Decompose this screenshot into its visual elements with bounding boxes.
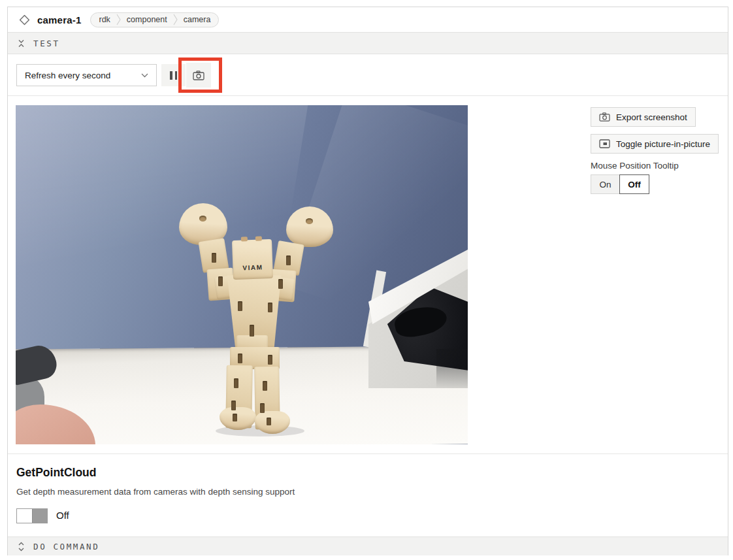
mouse-tooltip-off-button[interactable]: Off <box>619 174 649 194</box>
export-screenshot-label: Export screenshot <box>616 112 687 122</box>
mouse-tooltip-toggle-group: On Off <box>591 174 649 194</box>
get-point-cloud-title: GetPointCloud <box>16 466 96 480</box>
do-command-section-label: DO COMMAND <box>33 542 99 552</box>
camera-icon <box>193 71 204 80</box>
component-diamond-icon <box>19 14 30 25</box>
mouse-position-tooltip-label: Mouse Position Tooltip <box>591 161 679 171</box>
get-point-cloud-toggle[interactable] <box>16 508 48 523</box>
test-section-label: TEST <box>33 39 60 48</box>
breadcrumb-separator-icon <box>173 14 178 25</box>
get-point-cloud-description: Get depth measurement data from cameras … <box>16 487 295 497</box>
breadcrumb-item-rdk: rdk <box>93 13 116 27</box>
breadcrumb-separator-icon <box>116 14 121 25</box>
breadcrumb-item-component: component <box>121 13 173 27</box>
toggle-knob <box>17 509 33 523</box>
test-section-header: TEST <box>8 32 728 54</box>
mouse-tooltip-on-button[interactable]: On <box>591 174 620 194</box>
toggle-pip-button[interactable]: Toggle picture-in-picture <box>591 134 719 154</box>
robot-head: VIAM <box>232 239 273 280</box>
camera-icon <box>599 112 610 122</box>
feed-wooden-robot: VIAM <box>16 105 468 444</box>
component-header: camera-1 rdk component camera <box>8 7 728 32</box>
robot-viam-logo: VIAM <box>242 263 263 271</box>
collapse-section-icon[interactable] <box>18 38 25 49</box>
chevron-down-icon <box>141 73 148 78</box>
breadcrumb: rdk component camera <box>90 12 219 27</box>
pause-icon <box>170 71 172 80</box>
get-point-cloud-state-label: Off <box>56 510 69 521</box>
export-screenshot-button[interactable]: Export screenshot <box>591 107 696 127</box>
refresh-rate-select[interactable]: Refresh every second <box>16 64 157 86</box>
do-command-section-header: DO COMMAND <box>8 536 728 555</box>
section-divider <box>8 453 728 454</box>
component-title: camera-1 <box>37 14 81 25</box>
toggle-pip-label: Toggle picture-in-picture <box>616 139 710 149</box>
toolbar-divider <box>8 95 728 96</box>
breadcrumb-item-camera: camera <box>178 13 217 27</box>
robot-right-hand <box>286 206 333 247</box>
picture-in-picture-icon <box>599 139 610 148</box>
refresh-rate-value: Refresh every second <box>25 71 110 80</box>
pause-refresh-button[interactable] <box>161 64 186 86</box>
camera-live-feed: VIAM <box>16 105 468 444</box>
camera-component-card: camera-1 rdk component camera TEST Refre… <box>7 7 728 555</box>
expand-section-icon[interactable] <box>18 541 25 552</box>
take-screenshot-button[interactable] <box>186 63 211 88</box>
